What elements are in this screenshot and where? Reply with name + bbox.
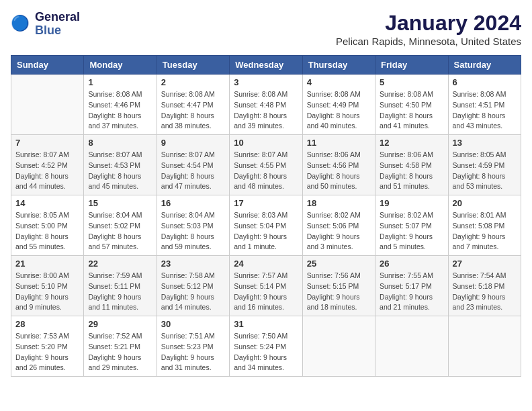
calendar-cell: 22Sunrise: 7:59 AMSunset: 5:11 PMDayligh… — [84, 256, 157, 316]
weekday-header-thursday: Thursday — [302, 56, 375, 75]
day-info: Sunrise: 7:51 AMSunset: 5:23 PMDaylight:… — [161, 331, 225, 373]
calendar-cell: 29Sunrise: 7:52 AMSunset: 5:21 PMDayligh… — [84, 316, 157, 377]
calendar-cell: 11Sunrise: 8:06 AMSunset: 4:56 PMDayligh… — [302, 135, 375, 195]
day-info: Sunrise: 7:50 AMSunset: 5:24 PMDaylight:… — [234, 331, 298, 373]
calendar-cell: 3Sunrise: 8:08 AMSunset: 4:48 PMDaylight… — [230, 75, 302, 135]
day-info: Sunrise: 8:06 AMSunset: 4:56 PMDaylight:… — [307, 150, 371, 192]
calendar-cell: 20Sunrise: 8:01 AMSunset: 5:08 PMDayligh… — [448, 195, 521, 256]
day-info: Sunrise: 8:08 AMSunset: 4:48 PMDaylight:… — [234, 89, 298, 132]
calendar-cell: 27Sunrise: 7:54 AMSunset: 5:18 PMDayligh… — [448, 256, 521, 316]
day-number: 14 — [15, 198, 79, 208]
calendar-cell: 12Sunrise: 8:06 AMSunset: 4:58 PMDayligh… — [375, 135, 448, 195]
day-info: Sunrise: 7:57 AMSunset: 5:14 PMDaylight:… — [234, 271, 298, 313]
logo-icon: 🔵 — [11, 13, 32, 35]
day-number: 1 — [88, 77, 152, 87]
page-header: 🔵 General Blue January 2024 Pelican Rapi… — [11, 11, 521, 47]
calendar-cell: 10Sunrise: 8:07 AMSunset: 4:55 PMDayligh… — [230, 135, 302, 195]
calendar-cell — [11, 75, 84, 135]
day-number: 17 — [234, 198, 298, 208]
day-number: 18 — [307, 198, 371, 208]
calendar-week-2: 7Sunrise: 8:07 AMSunset: 4:52 PMDaylight… — [11, 135, 521, 195]
calendar-cell: 26Sunrise: 7:55 AMSunset: 5:17 PMDayligh… — [375, 256, 448, 316]
logo: 🔵 General Blue — [11, 11, 80, 38]
day-number: 21 — [15, 259, 79, 269]
day-info: Sunrise: 7:55 AMSunset: 5:17 PMDaylight:… — [380, 271, 443, 313]
svg-text:🔵: 🔵 — [11, 14, 30, 32]
day-number: 2 — [161, 77, 225, 87]
day-number: 8 — [88, 138, 152, 148]
calendar-cell: 5Sunrise: 8:08 AMSunset: 4:50 PMDaylight… — [375, 75, 448, 135]
calendar-cell: 28Sunrise: 7:53 AMSunset: 5:20 PMDayligh… — [11, 316, 84, 377]
day-info: Sunrise: 8:06 AMSunset: 4:58 PMDaylight:… — [380, 150, 443, 192]
calendar-cell: 16Sunrise: 8:04 AMSunset: 5:03 PMDayligh… — [157, 195, 229, 256]
day-info: Sunrise: 8:08 AMSunset: 4:50 PMDaylight:… — [380, 89, 443, 132]
calendar-cell: 13Sunrise: 8:05 AMSunset: 4:59 PMDayligh… — [448, 135, 521, 195]
day-info: Sunrise: 8:00 AMSunset: 5:10 PMDaylight:… — [15, 271, 79, 313]
day-number: 7 — [15, 138, 79, 148]
day-info: Sunrise: 8:08 AMSunset: 4:47 PMDaylight:… — [161, 89, 225, 132]
calendar-body: 1Sunrise: 8:08 AMSunset: 4:46 PMDaylight… — [11, 75, 521, 377]
day-number: 19 — [380, 198, 443, 208]
day-info: Sunrise: 8:02 AMSunset: 5:06 PMDaylight:… — [307, 210, 371, 253]
day-number: 25 — [307, 259, 371, 269]
calendar-week-5: 28Sunrise: 7:53 AMSunset: 5:20 PMDayligh… — [11, 316, 521, 377]
day-number: 29 — [88, 319, 152, 329]
day-number: 3 — [234, 77, 298, 87]
calendar-cell: 25Sunrise: 7:56 AMSunset: 5:15 PMDayligh… — [302, 256, 375, 316]
calendar-week-4: 21Sunrise: 8:00 AMSunset: 5:10 PMDayligh… — [11, 256, 521, 316]
calendar-cell: 17Sunrise: 8:03 AMSunset: 5:04 PMDayligh… — [230, 195, 302, 256]
day-info: Sunrise: 8:02 AMSunset: 5:07 PMDaylight:… — [380, 210, 443, 253]
calendar-cell — [302, 316, 375, 377]
calendar-header: SundayMondayTuesdayWednesdayThursdayFrid… — [11, 56, 521, 75]
day-number: 30 — [161, 319, 225, 329]
calendar-week-1: 1Sunrise: 8:08 AMSunset: 4:46 PMDaylight… — [11, 75, 521, 135]
day-number: 12 — [380, 138, 443, 148]
day-number: 27 — [453, 259, 517, 269]
day-info: Sunrise: 7:54 AMSunset: 5:18 PMDaylight:… — [453, 271, 517, 313]
weekday-header-wednesday: Wednesday — [230, 56, 302, 75]
month-title: January 2024 — [336, 11, 521, 36]
weekday-header-tuesday: Tuesday — [157, 56, 229, 75]
day-number: 28 — [15, 319, 79, 329]
day-number: 4 — [307, 77, 371, 87]
day-info: Sunrise: 8:07 AMSunset: 4:53 PMDaylight:… — [88, 150, 152, 192]
calendar-cell: 30Sunrise: 7:51 AMSunset: 5:23 PMDayligh… — [157, 316, 229, 377]
weekday-header-sunday: Sunday — [11, 56, 84, 75]
day-number: 26 — [380, 259, 443, 269]
calendar-cell — [375, 316, 448, 377]
calendar-cell: 21Sunrise: 8:00 AMSunset: 5:10 PMDayligh… — [11, 256, 84, 316]
day-info: Sunrise: 7:58 AMSunset: 5:12 PMDaylight:… — [161, 271, 225, 313]
day-info: Sunrise: 8:05 AMSunset: 4:59 PMDaylight:… — [453, 150, 517, 192]
day-info: Sunrise: 8:01 AMSunset: 5:08 PMDaylight:… — [453, 210, 517, 253]
day-number: 24 — [234, 259, 298, 269]
logo-text: General Blue — [35, 11, 80, 38]
day-info: Sunrise: 7:56 AMSunset: 5:15 PMDaylight:… — [307, 271, 371, 313]
calendar-cell: 2Sunrise: 8:08 AMSunset: 4:47 PMDaylight… — [157, 75, 229, 135]
day-number: 16 — [161, 198, 225, 208]
title-area: January 2024 Pelican Rapids, Minnesota, … — [336, 11, 521, 47]
day-number: 20 — [453, 198, 517, 208]
day-number: 11 — [307, 138, 371, 148]
calendar-table: SundayMondayTuesdayWednesdayThursdayFrid… — [11, 55, 521, 377]
day-number: 9 — [161, 138, 225, 148]
day-info: Sunrise: 8:08 AMSunset: 4:51 PMDaylight:… — [453, 89, 517, 132]
calendar-cell: 1Sunrise: 8:08 AMSunset: 4:46 PMDaylight… — [84, 75, 157, 135]
calendar-cell: 4Sunrise: 8:08 AMSunset: 4:49 PMDaylight… — [302, 75, 375, 135]
day-number: 10 — [234, 138, 298, 148]
day-info: Sunrise: 8:04 AMSunset: 5:02 PMDaylight:… — [88, 210, 152, 253]
day-number: 6 — [453, 77, 517, 87]
day-number: 31 — [234, 319, 298, 329]
location-text: Pelican Rapids, Minnesota, United States — [336, 36, 521, 47]
calendar-cell — [448, 316, 521, 377]
day-info: Sunrise: 8:08 AMSunset: 4:49 PMDaylight:… — [307, 89, 371, 132]
calendar-cell: 6Sunrise: 8:08 AMSunset: 4:51 PMDaylight… — [448, 75, 521, 135]
calendar-cell: 23Sunrise: 7:58 AMSunset: 5:12 PMDayligh… — [157, 256, 229, 316]
calendar-cell: 9Sunrise: 8:07 AMSunset: 4:54 PMDaylight… — [157, 135, 229, 195]
day-info: Sunrise: 7:53 AMSunset: 5:20 PMDaylight:… — [15, 331, 79, 373]
calendar-cell: 8Sunrise: 8:07 AMSunset: 4:53 PMDaylight… — [84, 135, 157, 195]
calendar-cell: 19Sunrise: 8:02 AMSunset: 5:07 PMDayligh… — [375, 195, 448, 256]
day-info: Sunrise: 8:05 AMSunset: 5:00 PMDaylight:… — [15, 210, 79, 253]
calendar-cell: 15Sunrise: 8:04 AMSunset: 5:02 PMDayligh… — [84, 195, 157, 256]
day-info: Sunrise: 8:07 AMSunset: 4:52 PMDaylight:… — [15, 150, 79, 192]
calendar-week-3: 14Sunrise: 8:05 AMSunset: 5:00 PMDayligh… — [11, 195, 521, 256]
